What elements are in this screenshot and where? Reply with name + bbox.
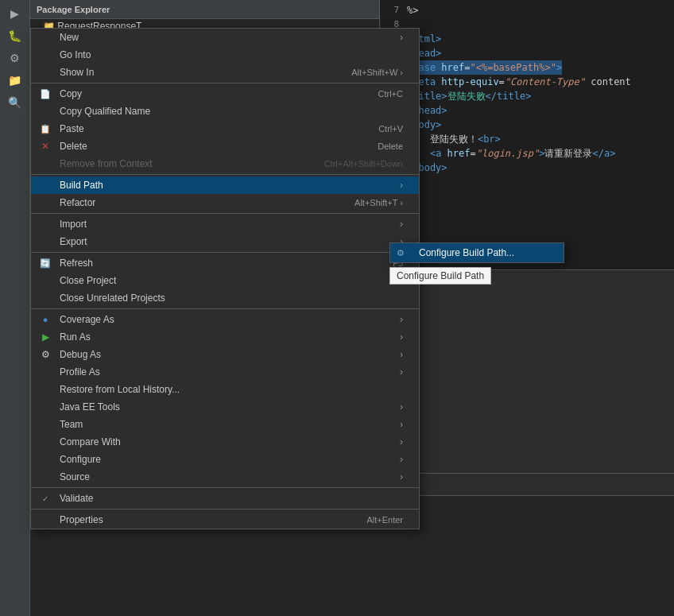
context-menu: New › Go Into Show In Alt+Shift+W › 📄 Co… xyxy=(30,28,420,529)
menu-item-coverage-as[interactable]: ● Coverage As › xyxy=(31,311,419,328)
menu-item-refresh[interactable]: 🔄 Refresh F5 xyxy=(31,254,419,272)
code-line-14: 14 </head> xyxy=(380,103,674,118)
divider-4 xyxy=(31,252,419,253)
menu-item-export[interactable]: Export › xyxy=(31,233,419,250)
coverage-as-icon: ● xyxy=(37,315,53,324)
code-line-16: 16 登陆失败！<br> xyxy=(380,132,674,146)
sidebar-icon-1[interactable]: ▶ xyxy=(5,3,25,24)
sidebar: ▶ 🐛 ⚙ 📁 🔍 xyxy=(0,0,30,616)
code-line-15: 15 <body> xyxy=(380,118,674,132)
menu-item-copy[interactable]: 📄 Copy Ctrl+C xyxy=(31,85,419,103)
menu-item-new[interactable]: New › xyxy=(31,29,419,46)
menu-item-profile-as[interactable]: Profile As › xyxy=(31,363,419,381)
submenu-item-configure-build-path[interactable]: ⚙ Configure Build Path... xyxy=(390,243,564,262)
build-path-submenu: ⚙ Configure Build Path... xyxy=(389,242,564,263)
menu-item-compare-with[interactable]: Compare With › xyxy=(31,433,419,451)
divider-5 xyxy=(31,308,419,309)
divider-7 xyxy=(31,509,419,509)
code-editor: 7 %> 8 9 <html> 10 <head> 11 <base href=… xyxy=(380,0,674,270)
sidebar-icon-4[interactable]: 📁 xyxy=(5,70,25,91)
divider-6 xyxy=(31,487,419,488)
menu-item-validate[interactable]: ✓ Validate xyxy=(31,490,419,507)
menu-item-show-in[interactable]: Show In Alt+Shift+W › xyxy=(31,64,419,81)
divider-3 xyxy=(31,213,419,214)
menu-item-close-project[interactable]: Close Project xyxy=(31,272,419,289)
menu-item-properties[interactable]: Properties Alt+Enter xyxy=(31,511,419,529)
menu-item-import[interactable]: Import › xyxy=(31,215,419,233)
menu-item-remove-context: Remove from Context Ctrl+Alt+Shift+Down xyxy=(31,155,419,172)
divider-2 xyxy=(31,174,419,175)
debug-as-icon: ⚙ xyxy=(37,349,53,360)
menu-item-java-ee-tools[interactable]: Java EE Tools › xyxy=(31,398,419,416)
menu-item-delete[interactable]: ✕ Delete Delete xyxy=(31,138,419,155)
menu-item-build-path[interactable]: Build Path › xyxy=(31,176,419,194)
menu-item-configure[interactable]: Configure › xyxy=(31,451,419,468)
delete-icon: ✕ xyxy=(37,141,53,152)
run-as-icon: ▶ xyxy=(37,331,53,343)
menu-item-paste[interactable]: 📋 Paste Ctrl+V xyxy=(31,120,419,138)
validate-icon: ✓ xyxy=(37,494,53,503)
code-line-9: 9 <html> xyxy=(380,32,674,46)
code-line-11: 11 <base href="<%=basePath%>"> xyxy=(380,60,674,75)
menu-item-restore-history[interactable]: Restore from Local History... xyxy=(31,381,419,398)
menu-item-debug-as[interactable]: ⚙ Debug As › xyxy=(31,346,419,363)
sidebar-icon-5[interactable]: 🔍 xyxy=(5,92,25,113)
menu-item-close-unrelated[interactable]: Close Unrelated Projects xyxy=(31,289,419,307)
menu-item-copy-qualified[interactable]: Copy Qualified Name xyxy=(31,103,419,120)
refresh-icon: 🔄 xyxy=(37,258,53,269)
sidebar-icon-2[interactable]: 🐛 xyxy=(5,25,25,46)
code-line-17: 17 <a href="login.jsp">请重新登录</a> xyxy=(380,146,674,161)
code-line-10: 10 <head> xyxy=(380,46,674,60)
menu-item-run-as[interactable]: ▶ Run As › xyxy=(31,328,419,346)
sidebar-icon-3[interactable]: ⚙ xyxy=(5,48,25,68)
menu-item-go-into[interactable]: Go Into xyxy=(31,46,419,64)
code-line-13: 13 <title>登陆失败</title> xyxy=(380,89,674,103)
menu-item-source[interactable]: Source › xyxy=(31,468,419,486)
code-line-12: 12 <meta http-equiv="Content-Type" conte… xyxy=(380,75,674,89)
configure-build-path-icon: ⚙ xyxy=(397,248,405,258)
copy-icon: 📄 xyxy=(37,89,53,99)
configure-build-path-tooltip: Configure Build Path xyxy=(389,267,491,285)
code-line-8: 8 xyxy=(380,17,674,32)
tree-header: Package Explorer xyxy=(30,0,379,19)
code-line-18: 18 </body> xyxy=(380,161,674,175)
paste-icon: 📋 xyxy=(37,124,53,134)
menu-item-refactor[interactable]: Refactor Alt+Shift+T › xyxy=(31,194,419,211)
divider-1 xyxy=(31,83,419,83)
menu-item-team[interactable]: Team › xyxy=(31,416,419,433)
code-line-7: 7 %> xyxy=(380,3,674,17)
